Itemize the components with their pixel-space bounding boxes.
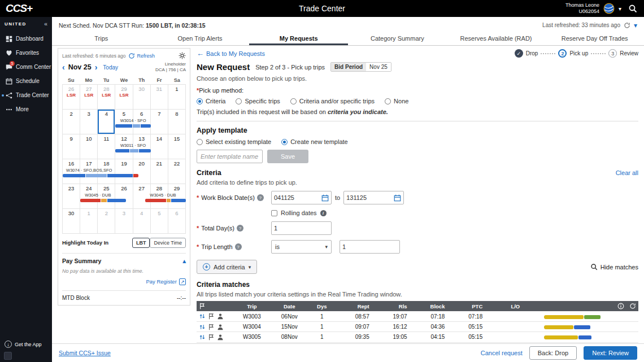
calendar-day-cell[interactable]: 23 [63, 184, 80, 208]
sidebar-item-favorites[interactable]: Favorites [0, 46, 52, 60]
calendar-prev-icon[interactable]: ‹ [62, 63, 65, 71]
back-to-requests-link[interactable]: ← Back to My Requests [197, 49, 265, 58]
sidebar-item-comm-center[interactable]: 5Comm Center [0, 60, 52, 74]
sidebar-brand-row: UNITED « [0, 17, 52, 32]
calendar-day-cell[interactable]: 19 [115, 159, 133, 184]
tab-reserve-day-off-trades[interactable]: Reserve Day Off Trades [545, 33, 644, 45]
calendar-day-cell[interactable]: 26LSR [63, 85, 80, 109]
calendar-day-cell[interactable]: 8 [168, 110, 186, 134]
search-icon[interactable] [628, 4, 637, 13]
calendar-day-cell[interactable]: 7 [151, 110, 168, 134]
method-criteria-radio[interactable]: Criteria [197, 98, 225, 104]
info-icon[interactable] [617, 303, 624, 309]
calendar-day-cell[interactable]: 28LSR [98, 85, 115, 109]
calendar-day-cell[interactable]: 2 [63, 110, 80, 134]
tab-trips[interactable]: Trips [52, 33, 151, 45]
calendar-day-cell[interactable]: 11 [98, 134, 115, 159]
calendar-picker-icon[interactable] [321, 194, 329, 202]
sidebar-item-schedule[interactable]: Schedule [0, 74, 52, 88]
total-days-input[interactable] [274, 225, 329, 232]
calendar-settings-icon[interactable] [179, 52, 186, 59]
tab-reserves-available-rad[interactable]: Reserves Available (RAD) [447, 33, 546, 45]
calendar-today-link[interactable]: Today [103, 64, 118, 71]
save-template-button[interactable]: Save [267, 150, 308, 163]
back-drop-button[interactable]: Back: Drop [529, 346, 577, 360]
calendar-refresh-button[interactable]: Refresh [128, 53, 155, 59]
pay-register-link[interactable]: Pay Register ↗ [62, 278, 186, 285]
help-icon[interactable]: ? [237, 225, 243, 232]
calendar-day-cell[interactable]: 9 [63, 134, 80, 159]
calendar-day-cell[interactable]: 4 [133, 209, 151, 233]
calendar-picker-icon[interactable] [394, 194, 401, 202]
hide-matches-link[interactable]: Hide matches [590, 263, 638, 271]
refresh-clock-icon[interactable] [624, 22, 630, 29]
pay-summary-header[interactable]: Pay Summary ▴ [62, 253, 186, 265]
calendar-day-cell[interactable]: 15 [168, 134, 186, 159]
calendar-day-cell[interactable]: 30 [63, 209, 80, 233]
table-row[interactable]: W300306Nov108:5719:0707:1807:18 [197, 311, 638, 321]
day-number: 28 [103, 86, 110, 92]
tab-category-summary[interactable]: Category Summary [348, 33, 447, 45]
template-create-new-template-radio[interactable]: Create new template [281, 138, 348, 145]
info-icon[interactable]: i [320, 210, 327, 216]
calendar-day-cell[interactable]: 14 [151, 134, 168, 159]
bar-cell [542, 332, 608, 342]
method-criteria-and-or-specific-trips-radio[interactable]: Criteria and/or specific trips [290, 98, 375, 104]
sidebar-item-trade-center[interactable]: Trade Center [0, 88, 52, 102]
template-name-input[interactable] [197, 150, 263, 163]
next-review-button[interactable]: Next: Review [584, 346, 637, 360]
calendar-day-cell[interactable]: 2 [98, 209, 115, 233]
calendar-trip-bar [145, 199, 186, 202]
date-from-input[interactable] [274, 194, 321, 201]
help-icon[interactable]: ? [235, 243, 242, 250]
calendar-day-cell[interactable]: 21 [151, 159, 168, 184]
rolling-dates-checkbox[interactable] [271, 210, 277, 216]
table-row[interactable]: W300415Nov109:0716:1204:3605:15 [197, 321, 638, 332]
tab-open-trip-alerts[interactable]: Open Trip Alerts [151, 33, 250, 45]
template-select-existing-template-radio[interactable]: Select existing template [197, 138, 271, 145]
date-to-input[interactable] [346, 194, 394, 201]
calendar-day-cell[interactable]: 3 [80, 110, 98, 134]
calendar-day-cell[interactable]: 20 [133, 159, 151, 184]
tab-my-requests[interactable]: My Requests [249, 33, 348, 45]
calendar-day-cell[interactable]: 4 [98, 110, 115, 134]
submit-issue-link[interactable]: Submit CCS+ Issue [59, 350, 111, 356]
calendar-day-cell[interactable]: 1 [80, 209, 98, 233]
cancel-request-link[interactable]: Cancel request [481, 350, 523, 356]
calendar-day-cell[interactable]: 29LSR [115, 85, 133, 109]
refresh-icon[interactable] [629, 303, 636, 309]
app-tile-icon[interactable] [4, 352, 12, 360]
ccs-logo[interactable]: CCS+ [0, 2, 32, 15]
trip-length-input[interactable] [342, 243, 397, 250]
person-icon [217, 334, 224, 341]
calendar-day-cell[interactable]: 5 [151, 209, 168, 233]
trip-length-operator-select[interactable]: is ▾ [271, 240, 332, 254]
calendar-day-cell[interactable]: 30 [133, 85, 151, 109]
add-criteria-button[interactable]: + Add criteria ▾ [197, 260, 257, 274]
sidebar-item-dashboard[interactable]: Dashboard [0, 32, 52, 46]
calendar-day-cell[interactable]: 22 [168, 159, 186, 184]
sidebar-collapse-icon[interactable]: « [44, 20, 47, 27]
highlight-device-time-button[interactable]: Device Time [150, 238, 186, 248]
table-row[interactable]: W300508Nov109:3519:0504:1505:15 [197, 332, 638, 342]
calendar-day-cell[interactable]: 3 [115, 209, 133, 233]
help-icon[interactable]: ? [257, 194, 264, 201]
calendar-day-cell[interactable]: 31 [151, 85, 168, 109]
sidebar-item-more[interactable]: More [0, 102, 52, 116]
calendar-day-cell[interactable]: 1 [168, 85, 186, 109]
get-app-link[interactable]: ↓ Get the App [3, 338, 49, 350]
calendar-day-cell[interactable]: 26 [115, 184, 133, 208]
avatar[interactable] [603, 3, 615, 14]
calendar-day-cell[interactable]: 27LSR [80, 85, 98, 109]
calendar-next-icon[interactable]: › [95, 63, 98, 71]
clear-all-link[interactable]: Clear all [616, 169, 638, 176]
method-none-radio[interactable]: None [385, 98, 408, 104]
method-specific-trips-radio[interactable]: Specific trips [236, 98, 280, 104]
calendar-day-cell[interactable]: 6 [168, 209, 186, 233]
expand-chevron-icon[interactable]: ▾ [634, 21, 637, 29]
highlight-lbt-button[interactable]: LBT [132, 238, 150, 248]
swap-icon [199, 313, 206, 320]
radio-dot [290, 98, 297, 104]
calendar-day-cell[interactable]: 10 [80, 134, 98, 159]
chevron-down-icon[interactable]: ▾ [619, 6, 621, 12]
